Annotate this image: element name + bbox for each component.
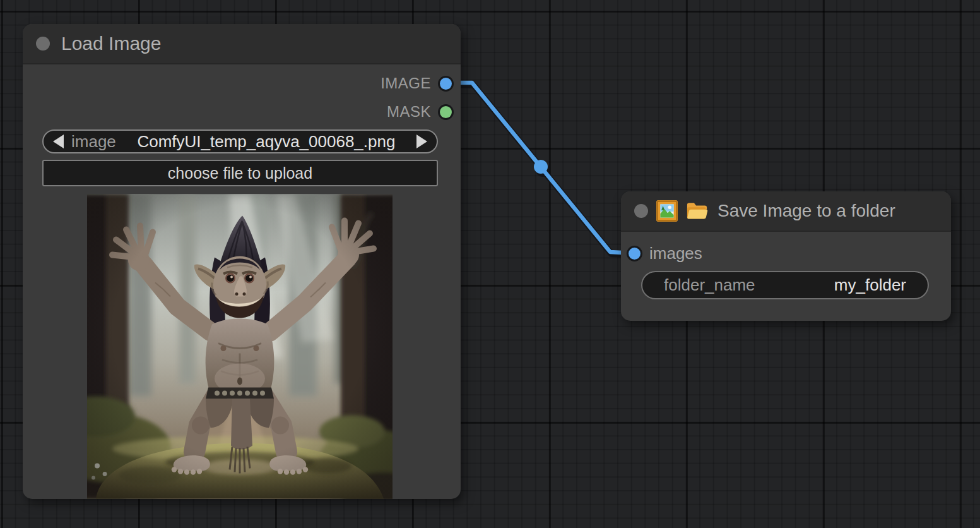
- combo-label: image: [71, 132, 116, 152]
- node-title: Save Image to a folder: [717, 201, 895, 221]
- collapse-dot[interactable]: [634, 204, 648, 218]
- choose-file-button[interactable]: choose file to upload: [42, 160, 438, 186]
- link-midpoint-handle[interactable]: [534, 160, 548, 174]
- node-graph-canvas[interactable]: Load Image IMAGE MASK image ComfyUI_temp…: [0, 0, 980, 528]
- output-label: IMAGE: [381, 75, 431, 92]
- load-node-title-bar[interactable]: Load Image: [23, 24, 461, 64]
- widget-label: folder_name: [664, 275, 755, 295]
- framed-picture-icon: [656, 200, 678, 222]
- input-dot-images[interactable]: [629, 248, 641, 260]
- link-shadow: [449, 85, 635, 255]
- link-midpoint-shadow: [536, 163, 550, 177]
- output-dot-mask[interactable]: [440, 106, 452, 118]
- troll-photo-illustration: [87, 194, 393, 499]
- output-label: MASK: [387, 103, 431, 121]
- output-port-image: IMAGE: [381, 75, 452, 92]
- widget-value[interactable]: my_folder: [834, 275, 906, 295]
- node-title: Load Image: [61, 33, 161, 54]
- output-dot-image[interactable]: [440, 78, 452, 90]
- input-port-images: images: [629, 245, 702, 261]
- collapse-dot[interactable]: [36, 37, 50, 51]
- image-combo-widget[interactable]: image ComfyUI_temp_aqyva_00068_.png: [42, 129, 438, 153]
- folder-name-widget[interactable]: folder_name my_folder: [641, 271, 929, 299]
- node-load-image[interactable]: Load Image IMAGE MASK image ComfyUI_temp…: [23, 24, 461, 499]
- image-preview[interactable]: [87, 194, 393, 499]
- combo-prev-arrow-icon[interactable]: [53, 135, 64, 148]
- combo-next-arrow-icon[interactable]: [416, 135, 427, 148]
- link-image-to-images[interactable]: [447, 83, 634, 253]
- output-port-mask: MASK: [387, 104, 452, 120]
- node-save-image-to-folder[interactable]: Save Image to a folder images folder_nam…: [621, 191, 951, 321]
- save-node-title-bar[interactable]: Save Image to a folder: [621, 191, 951, 232]
- open-folder-icon: [686, 200, 709, 222]
- combo-value[interactable]: ComfyUI_temp_aqyva_00068_.png: [116, 132, 416, 152]
- input-label: images: [649, 244, 702, 263]
